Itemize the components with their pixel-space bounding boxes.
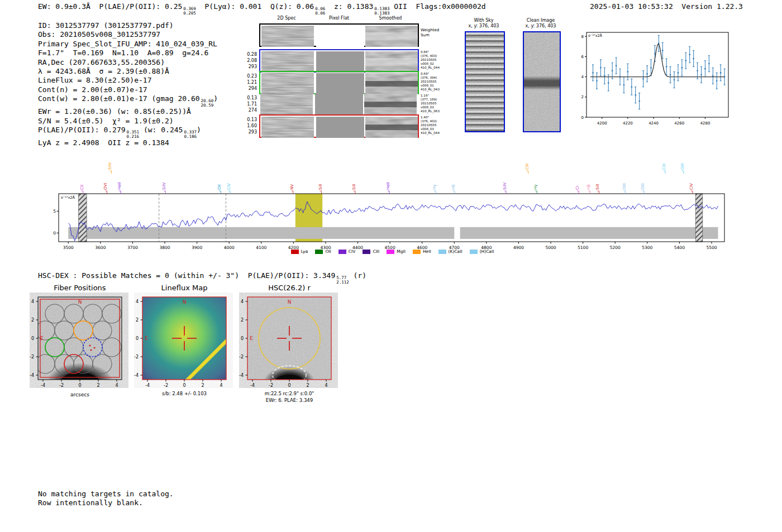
smoothed-image xyxy=(365,73,418,94)
svg-text:-2: -2 xyxy=(164,383,168,388)
spectrum-legend: LyαOIICIVCIIIMgIIHeII(K)CaII(H)CaII xyxy=(53,249,732,254)
svg-text:0: 0 xyxy=(31,336,34,341)
spec2d-row-left-label: 0.231.21294 xyxy=(240,73,257,92)
legend-label: OII xyxy=(325,249,331,254)
clean-image-title: Clean Image xyxy=(513,18,569,23)
spec2d-row xyxy=(259,49,419,73)
svg-text:-2: -2 xyxy=(134,354,139,360)
clean-image xyxy=(523,31,561,132)
info-line: LineFlux = 8.30(±2.50)e-17 xyxy=(38,76,218,85)
clean-image-trace xyxy=(524,76,560,90)
footer-line-2: Row intentionally blank. xyxy=(38,499,143,507)
spec2d-col-header: Pixel Flat xyxy=(313,16,365,21)
pixel-flat-image xyxy=(316,51,364,73)
text-run: ) xyxy=(197,126,201,134)
spec2d-image xyxy=(261,73,314,94)
svg-text:4: 4 xyxy=(220,383,222,388)
svg-text:0: 0 xyxy=(183,383,185,388)
svg-text:4: 4 xyxy=(241,299,244,304)
svg-text:-2: -2 xyxy=(239,354,244,360)
stacked-uncertainty: 0.3690.205 xyxy=(183,7,196,15)
emission-line-label: OIII xyxy=(680,163,685,170)
with-sky-title: With Sky xyxy=(456,18,512,23)
legend-swatch xyxy=(438,250,446,254)
svg-text:4220: 4220 xyxy=(623,121,633,126)
line-fit-chart: 4200422042404260428002468e⁻¹⁷x2Å xyxy=(576,28,733,131)
text-run: ) xyxy=(213,94,218,103)
info-line: P(LAE)/P(OII): 0.2790.3510.216 (w: 0.245… xyxy=(38,126,218,138)
text-run: Obs: 20210505v008_3012537797 xyxy=(38,30,160,39)
text-run: Cont(w) = 2.80(±0.01)e-17 (gmag 20.60 xyxy=(38,94,200,103)
svg-text:2: 2 xyxy=(581,95,584,99)
spec2d-image xyxy=(260,94,313,115)
text-run: λ = 4243.68Å σ = 2.39(±0.88)Å xyxy=(38,67,169,75)
svg-text:8: 8 xyxy=(581,35,584,39)
text-run: P(LAE)/P(OII): 0.279 xyxy=(38,126,126,134)
spec2d-row-right-label: 1.40"(376, 403)20210505v008_03410_RL_044 xyxy=(421,116,447,135)
lineflux-caption: s/b: 2.48 +/- 0.103 xyxy=(162,391,207,396)
svg-text:-2: -2 xyxy=(269,383,273,388)
legend-label: CIII xyxy=(373,249,379,254)
svg-text:-4: -4 xyxy=(239,373,244,378)
svg-text:0: 0 xyxy=(136,336,139,341)
emission-line-label: OII xyxy=(217,184,222,190)
svg-text:5: 5 xyxy=(53,209,56,214)
svg-text:2: 2 xyxy=(136,318,139,323)
hsc-dex-summary: HSC-DEX : Possible Matches = 0 (within +… xyxy=(38,271,366,284)
lineflux-map-title: Lineflux Map xyxy=(128,284,240,292)
with-sky-image xyxy=(465,31,505,132)
text-run: LineFlux = 8.30(±2.50)e-17 xyxy=(38,76,152,84)
svg-text:-2: -2 xyxy=(30,354,34,360)
svg-text:-4: -4 xyxy=(41,383,45,388)
emission-line-label: SiII xyxy=(352,184,356,190)
spec2d-row-right-label: 0.68"(376, 394)20210505v008_01410_RL_043 xyxy=(421,72,447,92)
header-metrics: EW: 0.9±0.3Å P(LAE)/P(OII): 0.250.3690.2… xyxy=(38,2,486,15)
smoothed-image xyxy=(365,117,418,138)
stacked-uncertainty: 20.6020.59 xyxy=(201,99,214,107)
fiber-positions-title: Fiber Positions xyxy=(24,284,136,292)
emission-line-label: OIII xyxy=(641,183,645,190)
svg-text:0: 0 xyxy=(53,231,56,236)
legend-item: CIV xyxy=(338,249,356,254)
pixel-flat-image xyxy=(316,26,364,47)
spec2d-image xyxy=(261,117,314,138)
text-run: OII Flags:0x0000002d xyxy=(389,2,485,11)
svg-text:0: 0 xyxy=(581,116,584,120)
info-line: ID: 3012537797 (3012537797.pdf) xyxy=(38,21,218,30)
svg-text:2: 2 xyxy=(201,383,204,388)
header-timestamp: 2025-01-03 10:53:32 Version 1.22.3 xyxy=(590,2,743,11)
info-line: Primary Spec_Slot_IFU_AMP: 410_024_039_R… xyxy=(38,40,218,49)
spec2d-col-header: Smoothed xyxy=(364,16,417,21)
emission-line-label: CIII xyxy=(525,164,530,170)
legend-label: (K)CaII xyxy=(449,249,462,254)
emission-line-label: CIV xyxy=(227,183,231,190)
pixel-flat-image xyxy=(316,117,364,138)
legend-swatch xyxy=(387,250,394,254)
info-line: F=1.7" T=0.169 N=1.10 A=0.89 g=24.6 xyxy=(38,49,218,57)
spec2d-row xyxy=(259,71,419,94)
legend-label: MgII xyxy=(397,249,406,254)
hsc-cutout-title: HSC(26.2) r xyxy=(233,284,345,292)
emission-line-label: Hδ xyxy=(451,184,456,190)
emission-line-label: Hβ xyxy=(586,184,591,190)
svg-text:-4: -4 xyxy=(30,373,34,378)
legend-item: Lyα xyxy=(291,249,308,254)
emission-line-label: SiII xyxy=(595,184,600,190)
stacked-uncertainty: 0.3510.216 xyxy=(127,130,140,138)
spec2d-row-left-label: 0.131.60293 xyxy=(240,117,257,135)
compass-east: E xyxy=(145,336,148,341)
svg-text:2: 2 xyxy=(306,383,309,388)
spec2d-row xyxy=(259,93,419,116)
hsc-cutout-panel: -4-4-2-2002244NE m:22.5 rc:2.9" s:0.0" E… xyxy=(226,293,338,411)
svg-text:4: 4 xyxy=(325,383,327,388)
legend-item: CIII xyxy=(363,249,379,254)
svg-text:-4: -4 xyxy=(250,383,255,388)
emission-line-label: SiIV xyxy=(108,162,112,170)
legend-item: (H)CaII xyxy=(470,249,494,254)
smoothed-image xyxy=(365,26,418,47)
emission-line-label: Hγ xyxy=(432,185,437,190)
legend-swatch xyxy=(363,250,370,254)
svg-text:2: 2 xyxy=(97,383,99,388)
svg-text:4: 4 xyxy=(136,299,139,304)
text-run: Primary Spec_Slot_IFU_AMP: 410_024_039_R… xyxy=(38,40,217,48)
